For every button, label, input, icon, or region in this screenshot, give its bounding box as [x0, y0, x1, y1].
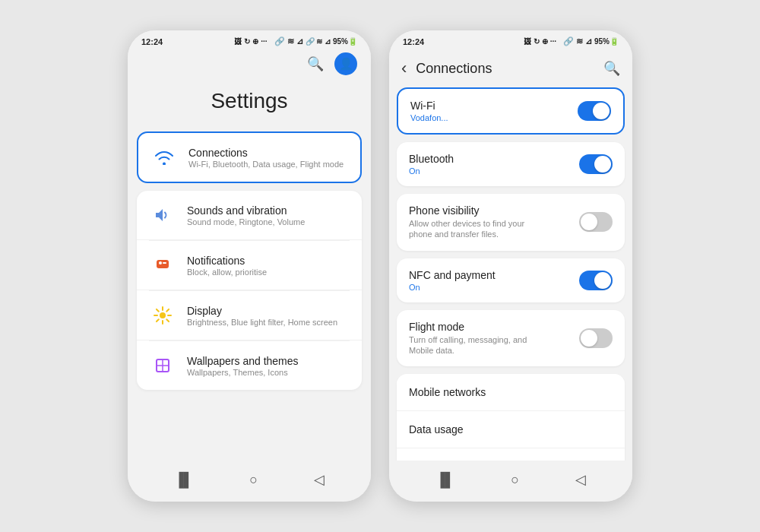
back-btn-2[interactable]: ◁: [569, 468, 592, 491]
bottom-nav-2: ▐▌ ○ ◁: [389, 461, 632, 502]
bluetooth-item[interactable]: Bluetooth On: [397, 142, 625, 186]
phone-visibility-toggle[interactable]: [579, 212, 613, 232]
plus-icon-2: ⊕: [542, 37, 548, 46]
user-avatar[interactable]: 👤: [334, 52, 357, 75]
flight-text: Flight mode Turn off calling, messaging,…: [409, 321, 546, 356]
wifi-item-highlighted[interactable]: Wi-Fi Vodafon...: [397, 87, 625, 135]
wallpaper-title: Wallpapers and themes: [187, 355, 299, 367]
wifi-text: Wi-Fi Vodafon...: [410, 100, 448, 122]
svg-rect-3: [163, 262, 166, 264]
flight-title: Flight mode: [409, 321, 546, 333]
bluetooth-group: Bluetooth On: [397, 142, 625, 186]
data-usage-title: Data usage: [409, 423, 464, 435]
status-icons-1: 🖼 ↻ ⊕ ··· 🔗 ≋ ⊿ 🔗 ≋ ⊿ 95%🔋: [234, 36, 357, 46]
phone-visibility-title: Phone visibility: [409, 204, 546, 217]
settings-item-display[interactable]: Display Brightness, Blue light filter, H…: [137, 291, 362, 340]
notifications-subtitle: Block, allow, prioritise: [187, 268, 267, 277]
flight-group: Flight mode Turn off calling, messaging,…: [397, 310, 625, 367]
recents-btn-2[interactable]: ▐▌: [429, 469, 461, 491]
connections-screen-title: Connections: [416, 61, 492, 77]
svg-line-12: [157, 319, 159, 321]
phone-visibility-group: Phone visibility Allow other devices to …: [397, 194, 625, 251]
nfc-text: NFC and payment On: [409, 269, 496, 292]
bluetooth-subtitle: On: [409, 166, 454, 176]
phone-settings: 12:24 🖼 ↻ ⊕ ··· 🔗 ≋ ⊿ 🔗 ≋ ⊿ 95%🔋 🔍 👤 Set…: [128, 30, 371, 502]
svg-line-9: [157, 309, 159, 312]
bluetooth-toggle[interactable]: [579, 154, 613, 174]
more-icon: ···: [261, 37, 267, 46]
mobile-networks-title: Mobile networks: [409, 386, 486, 398]
recents-btn-1[interactable]: ▐▌: [168, 469, 200, 491]
mobile-networks-item[interactable]: Mobile networks: [397, 374, 625, 411]
connections-header: ‹ Connections 🔍: [389, 49, 632, 87]
svg-rect-1: [157, 260, 169, 268]
wifi-icon: [150, 144, 178, 171]
nfc-toggle-knob: [594, 272, 611, 289]
signal-icon-2: ⊿: [585, 36, 592, 46]
sound-icon: [149, 201, 176, 229]
connections-list: Wi-Fi Vodafon... Bluetooth On: [389, 87, 632, 461]
settings-item-notifications[interactable]: Notifications Block, allow, prioritise: [137, 241, 362, 290]
settings-list: Sounds and vibration Sound mode, Rington…: [137, 191, 362, 390]
bluetooth-toggle-knob: [594, 156, 611, 173]
link-icon-2: 🔗: [563, 36, 574, 46]
sounds-text: Sounds and vibration Sound mode, Rington…: [187, 204, 305, 226]
data-usage-item[interactable]: Data usage: [397, 411, 625, 448]
more-group: Mobile networks Data usage Mobile Hotspo…: [397, 374, 625, 461]
phone-connections: 12:24 🖼 ↻ ⊕ ··· 🔗 ≋ ⊿ 95%🔋 ‹ Connections…: [389, 30, 632, 502]
wifi-item[interactable]: Wi-Fi Vodafon...: [398, 89, 623, 133]
display-text: Display Brightness, Blue light filter, H…: [187, 305, 337, 327]
flight-item[interactable]: Flight mode Turn off calling, messaging,…: [397, 310, 625, 367]
bluetooth-text: Bluetooth On: [409, 153, 454, 176]
home-btn-1[interactable]: ○: [243, 469, 264, 491]
link-icon: 🔗: [274, 36, 285, 46]
flight-toggle[interactable]: [579, 328, 613, 348]
phone-visibility-item[interactable]: Phone visibility Allow other devices to …: [397, 194, 625, 251]
search-icon-connections[interactable]: 🔍: [603, 60, 620, 77]
wallpaper-subtitle: Wallpapers, Themes, Icons: [187, 368, 299, 377]
settings-item-sounds[interactable]: Sounds and vibration Sound mode, Rington…: [137, 191, 362, 240]
phone-visibility-toggle-knob: [581, 214, 597, 230]
mobile-hotspot-item[interactable]: Mobile Hotspot and Tethering: [397, 448, 625, 461]
wifi-icon-status: ≋: [287, 36, 294, 46]
notifications-text: Notifications Block, allow, prioritise: [187, 255, 267, 277]
settings-screen: 🔍 👤 Settings Connections Wi-Fi, Bluetoot…: [128, 49, 371, 461]
wallpaper-text: Wallpapers and themes Wallpapers, Themes…: [187, 355, 299, 377]
status-time-1: 12:24: [141, 37, 163, 46]
phone-visibility-subtitle: Allow other devices to find your phone a…: [409, 218, 546, 240]
header-left: ‹ Connections: [398, 57, 492, 80]
connections-item-highlighted[interactable]: Connections Wi-Fi, Bluetooth, Data usage…: [137, 131, 362, 183]
notifications-title: Notifications: [187, 255, 267, 267]
notif-icon: [149, 252, 176, 279]
back-btn-1[interactable]: ◁: [308, 468, 331, 491]
battery-label: 🔗 ≋ ⊿ 95%🔋: [306, 37, 357, 46]
wifi-toggle[interactable]: [578, 101, 611, 121]
connections-title: Connections: [188, 147, 344, 159]
signal-icon: ⊿: [296, 36, 303, 46]
settings-item-wallpaper[interactable]: Wallpapers and themes Wallpapers, Themes…: [137, 341, 362, 390]
svg-marker-0: [156, 209, 163, 221]
plus-icon: ⊕: [252, 37, 258, 46]
settings-item-connections[interactable]: Connections Wi-Fi, Bluetooth, Data usage…: [138, 133, 360, 182]
status-bar-2: 12:24 🖼 ↻ ⊕ ··· 🔗 ≋ ⊿ 95%🔋: [389, 30, 632, 49]
more-icon-2: ···: [550, 37, 556, 46]
nfc-toggle[interactable]: [579, 271, 613, 290]
bluetooth-title: Bluetooth: [409, 153, 454, 165]
search-icon[interactable]: 🔍: [307, 55, 324, 72]
home-btn-2[interactable]: ○: [505, 469, 525, 491]
sounds-title: Sounds and vibration: [187, 204, 305, 217]
nfc-item[interactable]: NFC and payment On: [397, 258, 625, 302]
gallery-icon-2: 🖼: [524, 37, 531, 46]
sync-icon: ↻: [244, 37, 250, 46]
status-bar-1: 12:24 🖼 ↻ ⊕ ··· 🔗 ≋ ⊿ 🔗 ≋ ⊿ 95%🔋: [128, 30, 371, 49]
nfc-group: NFC and payment On: [397, 258, 625, 302]
wifi-title: Wi-Fi: [410, 100, 448, 112]
svg-point-4: [160, 312, 166, 318]
flight-subtitle: Turn off calling, messaging, and Mobile …: [409, 334, 546, 356]
wifi-toggle-knob: [593, 103, 610, 119]
wifi-icon-status-2: ≋: [576, 36, 583, 46]
settings-title: Settings: [128, 75, 371, 131]
back-button[interactable]: ‹: [398, 57, 410, 80]
nfc-title: NFC and payment: [409, 269, 496, 281]
battery-label-2: 95%🔋: [594, 37, 619, 46]
